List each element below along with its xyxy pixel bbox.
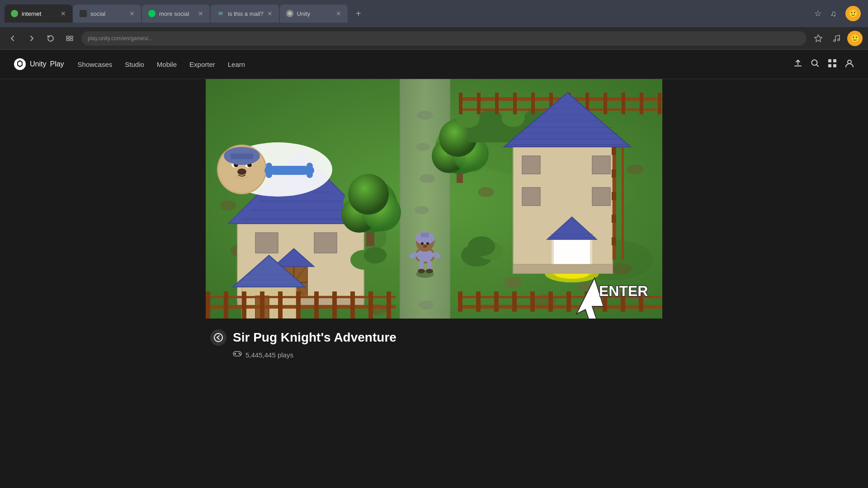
title-bar: internet ✕ social ✕ more social ✕ ✉ is t…	[0, 0, 868, 27]
svg-rect-153	[612, 237, 616, 245]
nav-learn[interactable]: Learn	[228, 61, 245, 68]
user-icon[interactable]	[844, 58, 854, 70]
svg-point-37	[504, 277, 522, 288]
game-scene-svg: ENTER	[206, 79, 662, 319]
svg-text:ENTER: ENTER	[599, 283, 648, 299]
svg-point-200	[307, 172, 313, 178]
music-nav-button[interactable]	[829, 31, 844, 46]
tab-more-social[interactable]: more social ✕	[142, 5, 210, 23]
svg-point-100	[468, 236, 495, 256]
header-right	[793, 58, 854, 70]
tab-internet[interactable]: internet ✕	[5, 5, 72, 23]
svg-point-25	[416, 143, 429, 151]
svg-rect-204	[234, 353, 236, 354]
svg-point-5	[838, 39, 840, 41]
grid-icon[interactable]	[827, 58, 837, 70]
svg-rect-162	[566, 291, 571, 312]
user-profile-button[interactable]: 🙂	[847, 31, 863, 46]
game-stats: 5,445,445 plays	[210, 350, 658, 359]
tab-label-social: social	[90, 10, 126, 17]
tab-mail[interactable]: ✉ is this a mail? ✕	[211, 5, 279, 23]
window-controls: ☆ ♫ 🙂	[814, 6, 861, 21]
game-info: Sir Pug Knight's Adventure 5,445,445 pla…	[206, 319, 662, 370]
tab-close-social[interactable]: ✕	[129, 10, 135, 17]
svg-rect-150	[612, 169, 616, 178]
svg-point-199	[307, 163, 313, 169]
svg-rect-122	[622, 93, 625, 114]
game-viewport[interactable]: ENTER	[206, 79, 662, 319]
svg-rect-159	[512, 291, 517, 312]
svg-rect-9	[833, 59, 836, 62]
svg-point-102	[364, 247, 387, 263]
svg-rect-121	[604, 93, 607, 114]
svg-rect-152	[612, 215, 616, 223]
svg-rect-148	[622, 147, 624, 260]
browser-actions: 🙂	[811, 31, 863, 46]
tab-social[interactable]: social ✕	[73, 5, 141, 23]
svg-rect-2	[66, 39, 69, 41]
music-icon[interactable]: ♫	[830, 9, 837, 19]
unity-logo-icon	[14, 58, 26, 70]
svg-rect-156	[458, 291, 462, 312]
svg-rect-85	[350, 291, 355, 319]
plays-count: 5,445,445 plays	[245, 351, 293, 359]
unity-play-logo[interactable]: Unity Play	[14, 58, 64, 70]
svg-point-181	[416, 271, 434, 278]
svg-point-47	[220, 201, 236, 211]
tab-close-unity[interactable]: ✕	[336, 10, 341, 17]
svg-rect-144	[522, 188, 540, 206]
unity-logo-play-text: Play	[50, 60, 64, 68]
tab-close-mail[interactable]: ✕	[267, 10, 273, 17]
svg-point-197	[266, 172, 272, 178]
star-icon[interactable]: ☆	[814, 9, 821, 19]
tab-label-internet: internet	[22, 10, 57, 17]
svg-point-42	[478, 187, 494, 197]
svg-rect-157	[476, 291, 481, 312]
svg-rect-8	[828, 59, 831, 62]
search-icon[interactable]	[810, 58, 820, 70]
svg-rect-145	[592, 188, 610, 206]
nav-showcases[interactable]: Showcases	[78, 61, 113, 68]
nav-exporter[interactable]: Exporter	[189, 61, 215, 68]
unity-logo-unity-text: Unity	[30, 60, 46, 68]
tab-favicon-internet	[11, 10, 18, 17]
svg-rect-161	[548, 291, 553, 312]
svg-rect-79	[242, 291, 246, 319]
back-game-button[interactable]	[210, 329, 226, 346]
nav-studio[interactable]: Studio	[125, 61, 144, 68]
forward-button[interactable]	[24, 31, 39, 46]
svg-point-26	[420, 174, 435, 183]
svg-rect-83	[314, 291, 319, 319]
back-button[interactable]	[5, 31, 20, 46]
svg-rect-160	[530, 291, 535, 312]
svg-rect-173	[421, 233, 429, 237]
svg-point-24	[417, 111, 433, 120]
svg-rect-51	[255, 233, 278, 253]
svg-point-175	[426, 242, 429, 245]
svg-rect-123	[640, 93, 643, 114]
tab-unity[interactable]: ⚙ Unity ✕	[280, 5, 348, 23]
upload-icon[interactable]	[793, 58, 803, 70]
svg-point-92	[348, 174, 389, 215]
svg-rect-11	[833, 64, 836, 67]
svg-rect-154	[459, 305, 662, 309]
nav-mobile[interactable]: Mobile	[157, 61, 177, 68]
tab-close-more-social[interactable]: ✕	[198, 10, 203, 17]
svg-point-30	[419, 300, 434, 310]
tab-close-internet[interactable]: ✕	[61, 10, 66, 17]
svg-rect-87	[387, 291, 391, 319]
address-bar[interactable]: play.unity.com/en/games/...	[81, 31, 807, 46]
page-content: Unity Play Showcases Studio Mobile Expor…	[0, 50, 868, 488]
svg-rect-77	[206, 291, 210, 319]
profile-button[interactable]: 🙂	[845, 6, 861, 21]
tab-label-mail: is this a mail?	[228, 10, 264, 17]
tab-manager-button[interactable]	[62, 31, 77, 46]
add-tab-button[interactable]: +	[350, 5, 367, 22]
refresh-button[interactable]	[43, 31, 58, 46]
bookmark-star-button[interactable]	[811, 31, 826, 46]
svg-rect-146	[513, 264, 613, 273]
svg-point-12	[848, 60, 851, 64]
svg-point-196	[266, 163, 272, 169]
svg-point-201	[214, 333, 222, 342]
svg-point-206	[240, 354, 241, 355]
